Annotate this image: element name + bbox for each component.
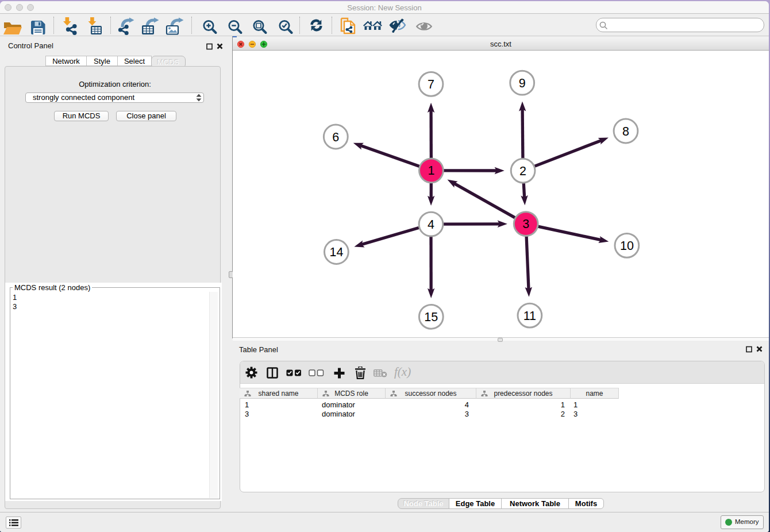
svg-text:6: 6 (332, 130, 339, 144)
svg-text:4: 4 (428, 218, 434, 232)
svg-text:8: 8 (622, 125, 629, 138)
svg-text:3: 3 (522, 217, 529, 231)
svg-text:11: 11 (523, 309, 536, 323)
svg-text:9: 9 (519, 76, 526, 90)
svg-text:7: 7 (428, 78, 434, 91)
svg-text:2: 2 (519, 164, 526, 178)
svg-text:10: 10 (620, 239, 634, 253)
svg-text:1: 1 (428, 164, 434, 178)
svg-text:14: 14 (329, 245, 343, 259)
svg-text:15: 15 (424, 310, 438, 324)
